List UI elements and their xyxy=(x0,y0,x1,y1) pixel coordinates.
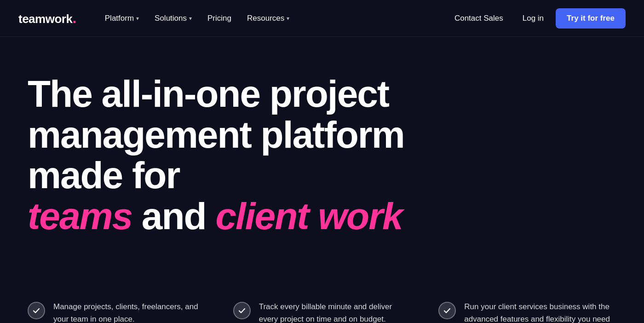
nav-links: Platform ▾ Solutions ▾ Pricing Resources… xyxy=(98,10,447,27)
chevron-down-icon: ▾ xyxy=(136,15,139,22)
check-icon-3 xyxy=(438,302,456,319)
logo-dot: . xyxy=(72,11,76,25)
hero-section: The all-in-one project management platfo… xyxy=(0,37,644,323)
feature-item-1: Manage projects, clients, freelancers, a… xyxy=(28,301,206,323)
contact-sales-link[interactable]: Contact Sales xyxy=(447,10,511,27)
feature-text-2: Track every billable minute and deliver … xyxy=(259,301,411,323)
check-icon-1 xyxy=(28,302,45,319)
logo[interactable]: teamwork. xyxy=(18,11,76,26)
nav-item-platform[interactable]: Platform ▾ xyxy=(98,10,145,27)
nav-right: Contact Sales Log in Try it for free xyxy=(447,8,626,29)
hero-connector: and xyxy=(132,195,215,237)
navbar: teamwork. Platform ▾ Solutions ▾ Pricing… xyxy=(0,0,644,37)
feature-item-3: Run your client services business with t… xyxy=(438,301,616,323)
hero-title: The all-in-one project management platfo… xyxy=(28,74,442,236)
hero-line1: The all-in-one project xyxy=(28,73,389,115)
hero-line2: management platform made for xyxy=(28,114,404,196)
nav-item-solutions[interactable]: Solutions ▾ xyxy=(148,10,198,27)
feature-item-2: Track every billable minute and deliver … xyxy=(233,301,411,323)
feature-text-3: Run your client services business with t… xyxy=(464,301,616,323)
login-link[interactable]: Log in xyxy=(515,10,551,27)
nav-item-resources[interactable]: Resources ▾ xyxy=(241,10,296,27)
chevron-down-icon: ▾ xyxy=(287,15,289,22)
try-free-button[interactable]: Try it for free xyxy=(556,8,626,29)
nav-item-pricing[interactable]: Pricing xyxy=(201,10,238,27)
check-icon-2 xyxy=(233,302,251,319)
hero-accent-client-work: client work xyxy=(215,195,402,237)
chevron-down-icon: ▾ xyxy=(189,15,192,22)
hero-accent-teams: teams xyxy=(28,195,132,237)
logo-text: teamwork xyxy=(18,12,72,26)
feature-text-1: Manage projects, clients, freelancers, a… xyxy=(53,301,206,323)
features-list: Manage projects, clients, freelancers, a… xyxy=(0,301,644,323)
